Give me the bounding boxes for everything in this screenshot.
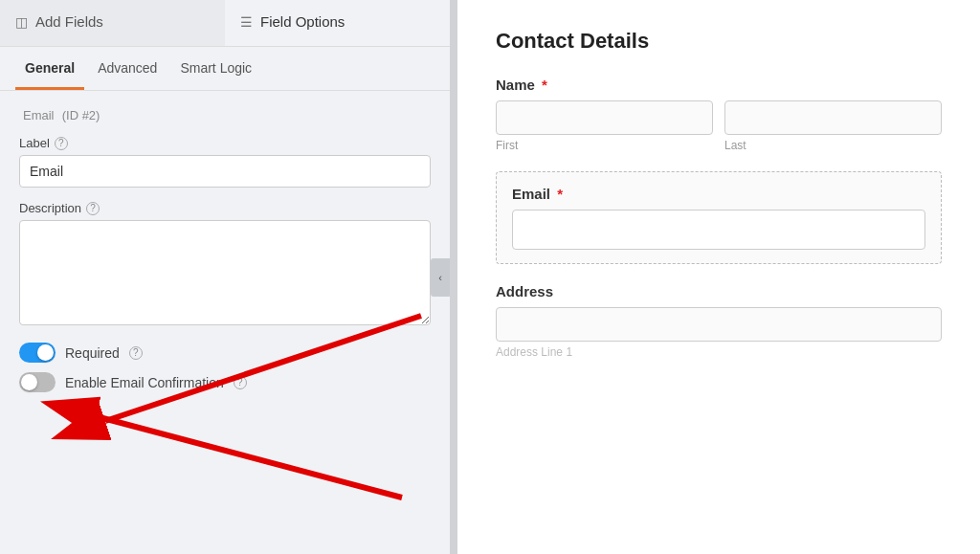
required-help-icon[interactable]: ? [129, 346, 143, 360]
required-label: Required [65, 345, 120, 361]
label-field-label: Label ? [19, 136, 431, 150]
address-line1-label: Address Line 1 [496, 345, 942, 359]
collapse-button[interactable]: ‹ [431, 258, 450, 297]
description-help-icon[interactable]: ? [86, 202, 100, 215]
email-section: Email * [496, 171, 942, 264]
name-required-star: * [542, 77, 547, 93]
right-panel: Contact Details Name * First Last Email … [457, 0, 980, 554]
label-group: Label ? [19, 136, 431, 188]
name-label-row: Name * [496, 77, 942, 93]
address-section: Address Address Line 1 [496, 283, 942, 359]
email-required-star: * [557, 186, 563, 202]
label-help-icon[interactable]: ? [55, 137, 68, 150]
field-options-label: Field Options [260, 13, 345, 30]
tab-smart-logic[interactable]: Smart Logic [170, 47, 261, 90]
email-label: Email [512, 186, 550, 202]
field-id: (ID #2) [62, 108, 100, 122]
email-label-row: Email * [512, 186, 925, 202]
email-confirmation-toggle-knob [21, 374, 37, 390]
email-preview-input[interactable] [512, 210, 925, 250]
email-confirmation-toggle[interactable] [19, 372, 56, 392]
tab-advanced[interactable]: Advanced [88, 47, 167, 90]
tab-general[interactable]: General [15, 47, 84, 90]
email-confirmation-label: Enable Email Confirmation [65, 375, 224, 390]
last-name-input[interactable] [724, 100, 942, 135]
name-label: Name [496, 77, 535, 93]
address-line1-input[interactable] [496, 307, 942, 342]
contact-details-title: Contact Details [496, 29, 942, 54]
sub-tabs: General Advanced Smart Logic [0, 47, 450, 91]
required-toggle[interactable] [19, 343, 56, 363]
field-title-row: Email (ID #2) [19, 106, 431, 122]
email-confirmation-help-icon[interactable]: ? [234, 376, 247, 389]
add-fields-label: Add Fields [35, 13, 103, 30]
first-name-input[interactable] [496, 100, 713, 135]
description-group: Description ? [19, 201, 431, 329]
required-toggle-row: Required ? [19, 343, 431, 363]
required-toggle-knob [37, 344, 54, 361]
address-label: Address [496, 283, 553, 299]
field-name: Email [23, 108, 55, 122]
add-fields-icon: ◫ [15, 14, 28, 30]
left-panel: ◫ Add Fields ☰ Field Options General Adv… [0, 0, 450, 554]
first-label: First [496, 139, 713, 152]
label-input[interactable] [19, 155, 431, 188]
tab-field-options[interactable]: ☰ Field Options [225, 0, 450, 46]
top-tabs: ◫ Add Fields ☰ Field Options [0, 0, 450, 47]
name-input-row [496, 100, 942, 135]
field-options-content: Email (ID #2) Label ? Description ? [0, 91, 450, 554]
email-confirmation-toggle-row: Enable Email Confirmation ? [19, 372, 431, 392]
field-options-icon: ☰ [240, 14, 253, 30]
panel-divider [450, 0, 457, 554]
tab-add-fields[interactable]: ◫ Add Fields [0, 0, 225, 46]
name-sublabels: First Last [496, 139, 942, 152]
last-label: Last [724, 139, 942, 152]
description-label: Description ? [19, 201, 431, 215]
address-label-row: Address [496, 283, 942, 299]
name-section: Name * First Last [496, 77, 942, 152]
description-textarea[interactable] [19, 220, 431, 325]
